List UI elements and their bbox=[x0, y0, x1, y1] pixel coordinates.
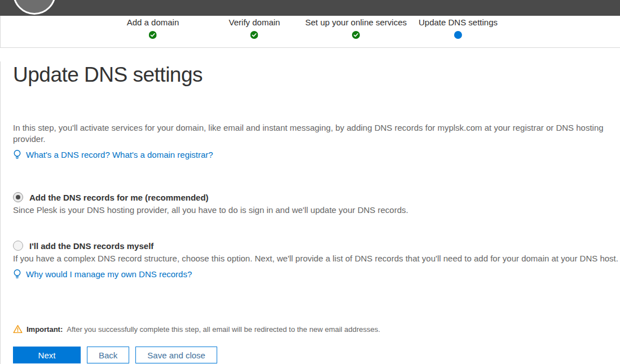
avatar[interactable] bbox=[13, 0, 56, 15]
option-add-records-for-me[interactable]: Add the DNS records for me (recommended) bbox=[13, 191, 620, 203]
step-add-a-domain: Add a domain bbox=[127, 17, 179, 39]
step-label: Update DNS settings bbox=[419, 17, 498, 27]
option-description: If you have a complex DNS record structu… bbox=[13, 253, 620, 264]
step-complete-check-icon bbox=[250, 31, 258, 39]
page-title: Update DNS settings bbox=[13, 61, 620, 88]
step-label: Add a domain bbox=[127, 17, 179, 27]
step-current-dot-icon bbox=[454, 31, 462, 39]
radio-add-records-for-me[interactable] bbox=[13, 192, 23, 202]
step-label: Set up your online services bbox=[305, 17, 407, 27]
option-label: Add the DNS records for me (recommended) bbox=[29, 193, 209, 202]
step-label: Verify domain bbox=[229, 17, 280, 27]
back-button[interactable]: Back bbox=[87, 347, 129, 363]
lightbulb-icon bbox=[13, 269, 21, 279]
notice-label: Important: bbox=[27, 325, 63, 334]
action-buttons: Next Back Save and close bbox=[13, 347, 620, 363]
save-and-close-button[interactable]: Save and close bbox=[135, 347, 217, 363]
intro-help-row: What's a DNS record? What's a domain reg… bbox=[13, 148, 620, 161]
step-set-up-online-services: Set up your online services bbox=[305, 17, 407, 39]
dns-record-help-link[interactable]: What's a DNS record? What's a domain reg… bbox=[26, 150, 213, 159]
step-complete-check-icon bbox=[352, 31, 360, 39]
important-notice: Important: After you successfully comple… bbox=[13, 323, 620, 335]
option-description: Since Plesk is your DNS hosting provider… bbox=[13, 205, 620, 216]
step-verify-domain: Verify domain bbox=[229, 17, 280, 39]
radio-add-records-myself[interactable] bbox=[13, 241, 23, 251]
notice-text: After you successfully complete this ste… bbox=[67, 325, 380, 334]
step-complete-check-icon bbox=[149, 31, 157, 39]
wizard-stepper: Add a domain Verify domain Set up your o… bbox=[0, 16, 620, 48]
lightbulb-icon bbox=[13, 149, 21, 160]
manage-own-dns-help-row: Why would I manage my own DNS records? bbox=[13, 268, 620, 280]
option-add-records-myself[interactable]: I'll add the DNS records myself bbox=[13, 239, 620, 252]
intro-text: In this step, you'll activate services f… bbox=[13, 122, 620, 145]
step-update-dns-settings: Update DNS settings bbox=[419, 17, 498, 39]
option-label: I'll add the DNS records myself bbox=[29, 241, 153, 251]
manage-own-dns-link[interactable]: Why would I manage my own DNS records? bbox=[26, 269, 192, 279]
top-app-bar bbox=[0, 0, 620, 16]
next-button[interactable]: Next bbox=[13, 347, 81, 363]
warning-triangle-icon bbox=[13, 325, 23, 334]
main-content: Update DNS settings In this step, you'll… bbox=[0, 61, 620, 364]
